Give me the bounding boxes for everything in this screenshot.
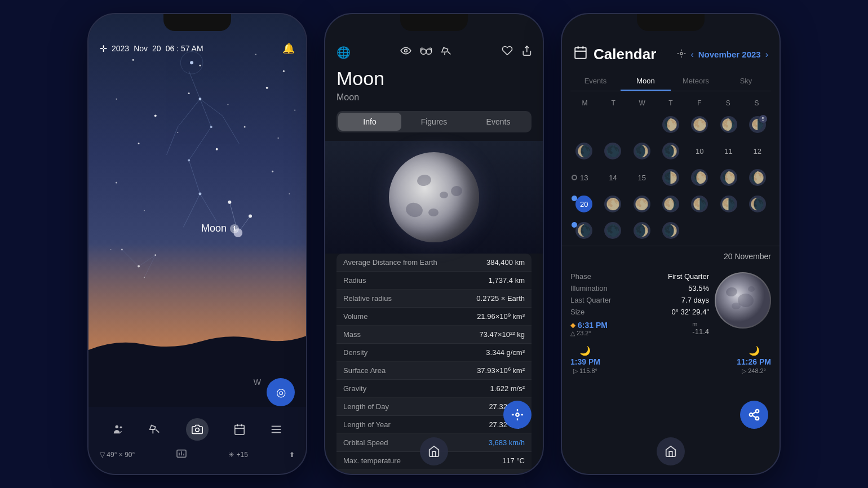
- info-circle[interactable]: ℹ: [230, 224, 239, 233]
- prev-month-arrow[interactable]: ‹: [690, 50, 693, 60]
- rise-info: ◆ 6:31 PM △ 23.2°: [570, 321, 608, 337]
- svg-point-5: [116, 99, 117, 100]
- moon-info-title: Moon: [325, 68, 543, 92]
- cal-day-9[interactable]: 🌒: [657, 139, 684, 163]
- eye-icon[interactable]: [400, 46, 411, 58]
- info-tabs: Info Figures Events: [336, 111, 532, 132]
- svg-point-39: [272, 171, 273, 172]
- cal-day-2[interactable]: 🌕: [686, 112, 713, 137]
- cal-day-8[interactable]: 🌒: [628, 139, 656, 163]
- heart-icon[interactable]: [502, 45, 513, 59]
- cal-day-11[interactable]: 11: [715, 139, 742, 163]
- next-month-arrow[interactable]: ›: [765, 50, 768, 60]
- table-row: Gravity 1.622 m/s²: [336, 380, 532, 398]
- svg-line-16: [189, 71, 200, 99]
- cal-day-6[interactable]: 🌘: [570, 139, 597, 163]
- cal-day-23[interactable]: 🌖: [657, 192, 684, 216]
- moonset-icon: 🌙: [749, 345, 760, 356]
- rise-angle: △ 23.2°: [570, 330, 608, 337]
- telescope-icon[interactable]: [149, 423, 161, 436]
- cal-day-22[interactable]: 🌕: [628, 192, 656, 216]
- cal-day-3[interactable]: 🌖: [715, 112, 742, 137]
- weekday-w: W: [628, 97, 657, 109]
- globe-icon[interactable]: 🌐: [336, 46, 351, 59]
- cal-day-4-5[interactable]: 🌗 5: [744, 112, 771, 137]
- row-label-4: Mass: [343, 330, 361, 339]
- cal-tab-events[interactable]: Events: [570, 72, 621, 91]
- moon-phase-1: 🌔: [663, 118, 677, 131]
- table-row: Density 3.344 g/cm³: [336, 344, 532, 362]
- svg-point-29: [210, 126, 212, 128]
- moon-info-subtitle: Moon: [325, 92, 543, 111]
- row-value-3: 21.96×10⁹ km³: [477, 312, 525, 321]
- day-number-2: 🌕: [691, 116, 708, 133]
- cal-day-empty: [599, 112, 626, 137]
- moon-phase-25: 🌗: [721, 197, 736, 211]
- upload-icon: ⬆: [289, 451, 295, 459]
- home-button-p2[interactable]: [420, 437, 448, 465]
- calendar-title-text: Calendar: [594, 46, 656, 63]
- svg-point-11: [138, 143, 140, 144]
- weekdays-row: M T W T F S S: [570, 97, 771, 109]
- bell-icon[interactable]: 🔔: [282, 42, 295, 55]
- table-row: Radius 1,737.4 km: [336, 272, 532, 290]
- share-icon-p2[interactable]: [521, 45, 532, 59]
- compass-button[interactable]: ◎: [267, 378, 295, 406]
- day-number-15: 15: [634, 169, 650, 186]
- row-value-2: 0.2725 × Earth: [476, 294, 525, 303]
- people-icon[interactable]: [112, 423, 125, 436]
- tab-events[interactable]: Events: [467, 113, 530, 131]
- cal-tab-moon[interactable]: Moon: [621, 72, 671, 91]
- cal-tab-sky[interactable]: Sky: [721, 72, 771, 91]
- camera-button[interactable]: [186, 418, 209, 441]
- cal-day-15[interactable]: 15: [628, 165, 656, 190]
- cal-day-12[interactable]: 12: [744, 139, 771, 163]
- svg-point-15: [278, 137, 279, 139]
- home-button-cal[interactable]: [657, 437, 685, 465]
- svg-point-9: [266, 87, 268, 89]
- table-row: Volume 21.96×10⁹ km³: [336, 308, 532, 326]
- cal-day-24[interactable]: 🌗: [686, 192, 713, 216]
- day-number-24: 🌗: [691, 196, 708, 212]
- cal-day-19[interactable]: 🌔: [744, 165, 771, 190]
- cal-day-empty: [628, 112, 656, 137]
- cal-tab-meteors[interactable]: Meteors: [671, 72, 721, 91]
- tab-figures[interactable]: Figures: [402, 113, 466, 131]
- row-label-9: Length of Year: [343, 420, 391, 429]
- cal-day-14[interactable]: 14: [599, 165, 626, 190]
- share-button[interactable]: [740, 401, 768, 429]
- cal-day-10[interactable]: 10: [686, 139, 713, 163]
- cal-day-25[interactable]: 🌗: [715, 192, 742, 216]
- location-button[interactable]: [503, 401, 532, 429]
- cal-day-28[interactable]: 🌑: [599, 218, 626, 243]
- moon-phase-28: 🌑: [606, 224, 620, 237]
- cal-day-1[interactable]: 🌔: [657, 112, 684, 137]
- day-number-29: 🌒: [634, 222, 650, 239]
- cal-day-18[interactable]: 🌔: [715, 165, 742, 190]
- svg-line-52: [156, 429, 159, 433]
- cal-day-16[interactable]: 🌓: [657, 165, 684, 190]
- tab-info[interactable]: Info: [338, 113, 401, 131]
- pin-icon[interactable]: [677, 49, 686, 60]
- cal-day-7[interactable]: 🌑: [599, 139, 626, 163]
- calendar-nav-icon[interactable]: [233, 423, 246, 436]
- svg-point-28: [198, 97, 201, 100]
- cal-day-29[interactable]: 🌒: [628, 218, 656, 243]
- cal-day-13[interactable]: 13: [570, 165, 597, 190]
- cal-day-30[interactable]: 🌒: [657, 218, 684, 243]
- svg-point-77: [680, 52, 683, 55]
- moon-label[interactable]: Moon ℹ: [201, 223, 239, 234]
- info-screen: 🌐: [325, 14, 543, 474]
- cal-day-21[interactable]: 🌕: [599, 192, 626, 216]
- cal-day-17[interactable]: 🌔: [686, 165, 713, 190]
- cal-day-26[interactable]: 🌘: [744, 192, 771, 216]
- cal-day-27[interactable]: 🌘: [570, 218, 597, 243]
- telescope-view-icon[interactable]: [441, 46, 452, 59]
- day-number-16: 🌓: [662, 169, 679, 186]
- binoculars-icon[interactable]: [420, 46, 432, 58]
- cal-day-20[interactable]: 20: [570, 192, 597, 216]
- svg-point-83: [756, 410, 759, 413]
- moon-phase-16: 🌓: [663, 171, 677, 184]
- menu-icon[interactable]: [270, 423, 282, 436]
- crosshair-icon: ✛: [100, 43, 107, 54]
